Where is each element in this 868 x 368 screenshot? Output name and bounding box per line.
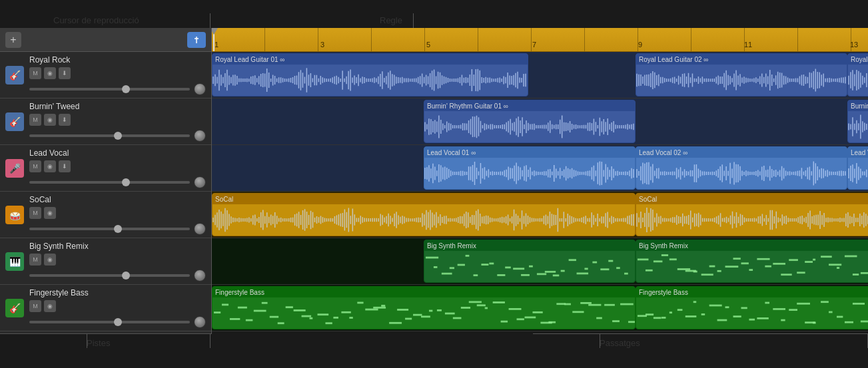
track-ctrl-download-lead-vocal[interactable]: ⬇ [59,160,71,172]
clip-fingerstyle-bass-0[interactable]: Fingerstyle Bass [212,286,636,329]
clip-header-fingerstyle-bass-0: Fingerstyle Bass [213,287,635,297]
ruler-mark-1: 1 [215,41,218,49]
svg-rect-141 [725,306,729,308]
clip-big-synth-1[interactable]: Big Synth Remix [636,240,868,283]
svg-rect-40 [733,258,741,260]
track-volume-slider-socal[interactable] [29,228,190,230]
clip-waveform-lead-vocal-1 [636,158,847,189]
svg-rect-112 [493,301,505,303]
svg-rect-130 [638,315,647,317]
track-ctrl-headphone-fingerstyle-bass[interactable]: ◉ [44,300,56,312]
clip-fingerstyle-bass-1[interactable]: Fingerstyle Bass [636,286,868,329]
svg-rect-23 [592,262,597,264]
clip-socal-0[interactable]: SoCal [212,193,636,236]
metronome-icon [192,35,201,45]
clip-royal-rock-0[interactable]: Royal Lead Guitar 01 ∞ [212,53,528,96]
svg-rect-86 [286,306,293,308]
track-headers-panel: + 🎸Royal RockM◉⬇🎸Burnin' TweedM◉⬇🎤Lead V… [0,28,212,334]
svg-rect-89 [310,317,313,319]
track-ctrl-headphone-lead-vocal[interactable]: ◉ [44,160,56,172]
svg-rect-87 [294,309,306,311]
svg-rect-31 [661,254,668,256]
svg-rect-29 [646,270,653,272]
clip-big-synth-0[interactable]: Big Synth Remix [424,240,636,283]
clip-lead-vocal-1[interactable]: Lead Vocal 02 ∞ [636,146,847,190]
svg-rect-93 [341,311,350,313]
track-headers-list: 🎸Royal RockM◉⬇🎸Burnin' TweedM◉⬇🎤Lead Voc… [0,52,211,331]
svg-rect-146 [765,302,769,304]
clip-royal-rock-1[interactable]: Royal Lead Guitar 02 ∞ [636,53,847,96]
svg-rect-96 [365,309,378,311]
ruler-mark-11: 11 [744,41,752,49]
track-icon-lead-vocal: 🎤 [5,159,24,178]
svg-rect-77 [214,311,220,313]
track-pan-knob-royal-rock[interactable] [194,83,206,95]
clip-waveform-royal-rock-2 [848,65,868,96]
track-volume-slider-royal-rock[interactable] [29,88,190,91]
track-volume-slider-fingerstyle-bass[interactable] [29,321,190,323]
svg-rect-32 [669,258,677,260]
svg-rect-43 [757,258,769,260]
track-ctrl-mute-royal-rock[interactable]: M [29,67,41,79]
svg-rect-36 [701,274,713,276]
svg-rect-139 [709,305,722,307]
track-volume-slider-burnin-tweed[interactable] [29,134,190,137]
svg-rect-144 [749,319,755,321]
svg-rect-83 [262,302,268,304]
clip-royal-rock-2[interactable]: Royal Lead Guitar 03 ∞ [847,53,868,96]
track-ctrl-mute-socal[interactable]: M [29,207,41,219]
svg-rect-27 [624,273,628,275]
svg-rect-84 [270,316,278,318]
ruler-mark-3: 3 [320,41,324,49]
svg-rect-110 [477,304,486,306]
track-ctrl-headphone-big-synth[interactable]: ◉ [44,254,56,266]
ruler: 13579111315 [212,28,868,52]
track-pan-knob-fingerstyle-bass[interactable] [194,316,206,328]
track-pan-knob-burnin-tweed[interactable] [194,130,206,142]
metronome-button[interactable] [187,32,206,48]
track-ctrl-mute-lead-vocal[interactable]: M [29,160,41,172]
svg-rect-9 [481,264,488,266]
svg-rect-4 [442,273,452,275]
svg-rect-119 [548,321,556,323]
svg-rect-153 [821,301,829,303]
pistes-bracket-line [0,333,212,334]
clip-waveform-royal-rock-1 [636,65,847,96]
track-volume-slider-lead-vocal[interactable] [29,181,190,184]
track-icon-burnin-tweed: 🎸 [5,112,24,131]
track-ctrl-download-burnin-tweed[interactable]: ⬇ [59,114,71,126]
track-ctrl-mute-burnin-tweed[interactable]: M [29,114,41,126]
track-pan-knob-big-synth[interactable] [194,270,206,281]
pistes-label: Pistes [87,338,110,348]
track-ctrl-headphone-royal-rock[interactable]: ◉ [44,67,56,79]
track-row-socal: SoCalSoCal [212,192,868,238]
clip-socal-1[interactable]: SoCal [636,193,868,236]
svg-rect-13 [513,268,524,270]
svg-rect-22 [584,268,588,270]
track-ctrl-headphone-burnin-tweed[interactable]: ◉ [44,114,56,126]
clip-waveform-royal-rock-0 [213,65,528,96]
track-pan-knob-lead-vocal[interactable] [194,176,206,188]
clip-waveform-big-synth-1 [636,251,868,282]
svg-rect-55 [853,274,859,276]
clip-lead-vocal-0[interactable]: Lead Vocal 01 ∞ [424,146,636,190]
track-ctrl-headphone-socal[interactable]: ◉ [44,207,56,219]
svg-rect-20 [569,259,576,261]
svg-rect-90 [318,313,329,315]
svg-rect-6 [458,264,465,266]
track-ctrl-download-royal-rock[interactable]: ⬇ [59,67,71,79]
track-ctrl-mute-fingerstyle-bass[interactable]: M [29,300,41,312]
track-name-fingerstyle-bass: Fingerstyle Bass [29,288,206,297]
clip-burnin-tweed-1[interactable]: Burnin' Rhythm Guitar 02 ∞ [847,100,868,143]
track-volume-slider-big-synth[interactable] [29,274,190,277]
clip-header-royal-rock-2: Royal Lead Guitar 03 ∞ [848,54,868,65]
clip-lead-vocal-2[interactable]: Lead Vocal 03 ∞ [847,146,868,190]
clip-burnin-tweed-0[interactable]: Burnin' Rhythm Guitar 01 ∞ [424,100,636,143]
svg-rect-85 [278,322,284,324]
svg-rect-131 [646,313,653,315]
svg-rect-41 [741,262,748,264]
add-track-button[interactable]: + [5,32,21,48]
track-ctrl-mute-big-synth[interactable]: M [29,254,41,266]
track-pan-knob-socal[interactable] [194,223,206,235]
svg-rect-97 [373,307,386,309]
